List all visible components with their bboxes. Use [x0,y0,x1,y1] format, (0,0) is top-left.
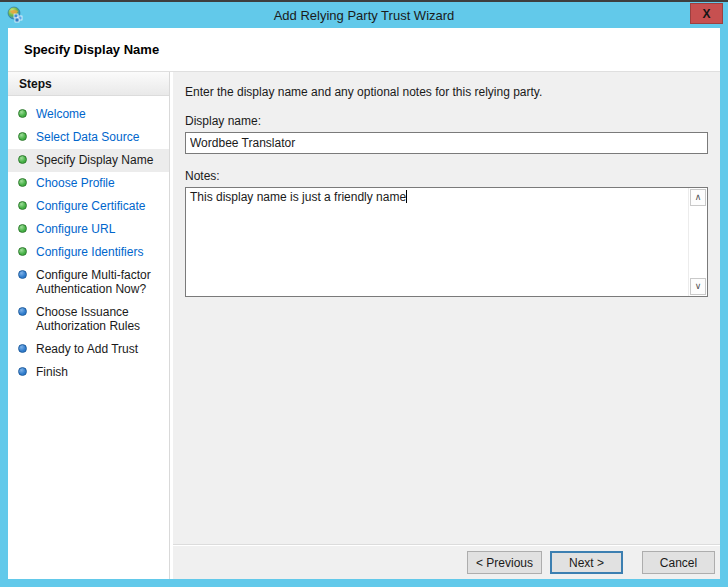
text-cursor [406,190,407,203]
footer-bar: < Previous Next > Cancel [173,545,720,579]
step-status-icon [18,155,27,164]
sidebar-item-ready-to-add-trust: Ready to Add Trust [8,338,169,361]
page-header: Specify Display Name [8,28,720,72]
sidebar-item-welcome[interactable]: Welcome [8,103,169,126]
sidebar-item-configure-multi-factor-authentication-now: Configure Multi-factor Authentication No… [8,264,169,301]
next-button[interactable]: Next > [550,551,623,574]
adfs-app-icon [6,6,24,24]
step-status-icon [18,132,27,141]
sidebar-item-configure-identifiers[interactable]: Configure Identifiers [8,241,169,264]
step-status-icon [18,307,27,316]
sidebar-item-select-data-source[interactable]: Select Data Source [8,126,169,149]
step-status-icon [18,109,27,118]
sidebar-item-specify-display-name: Specify Display Name [8,149,169,172]
sidebar-item-choose-issuance-authorization-rules: Choose Issuance Authorization Rules [8,301,169,338]
sidebar-item-finish: Finish [8,361,169,384]
page-title: Specify Display Name [24,42,159,57]
scrollbar-down-icon[interactable]: ∨ [690,278,706,295]
window-body: Specify Display Name Steps Welcome Selec… [8,28,720,579]
wizard-window: Add Relying Party Trust Wizard X Specify… [0,0,728,587]
scrollbar-up-icon[interactable]: ∧ [690,189,706,206]
step-status-icon [18,224,27,233]
sidebar-item-configure-certificate[interactable]: Configure Certificate [8,195,169,218]
notes-textarea[interactable]: This display name is just a friendly nam… [185,187,708,297]
display-name-label: Display name: [185,114,708,128]
main-panel: Enter the display name and any optional … [173,72,720,545]
step-status-icon [18,201,27,210]
close-button[interactable]: X [690,3,723,24]
step-description: Enter the display name and any optional … [185,85,708,99]
step-status-icon [18,344,27,353]
notes-label: Notes: [185,169,708,183]
close-icon: X [702,7,710,21]
display-name-input[interactable] [185,132,708,154]
step-status-icon [18,247,27,256]
cancel-button[interactable]: Cancel [642,551,715,574]
main-column: Enter the display name and any optional … [173,72,720,579]
step-status-icon [18,178,27,187]
sidebar-item-choose-profile[interactable]: Choose Profile [8,172,169,195]
titlebar: Add Relying Party Trust Wizard X [0,2,728,28]
steps-sidebar: Steps Welcome Select Data Source Specify… [8,72,170,579]
notes-text: This display name is just a friendly nam… [186,188,688,296]
previous-button[interactable]: < Previous [467,551,542,574]
notes-scrollbar[interactable]: ∧ ∨ [688,188,707,296]
content-row: Steps Welcome Select Data Source Specify… [8,72,720,579]
step-status-icon [18,270,27,279]
sidebar-item-configure-url[interactable]: Configure URL [8,218,169,241]
steps-list: Welcome Select Data Source Specify Displ… [8,96,169,384]
step-status-icon [18,367,27,376]
steps-header: Steps [8,72,169,96]
window-title: Add Relying Party Trust Wizard [0,8,728,23]
